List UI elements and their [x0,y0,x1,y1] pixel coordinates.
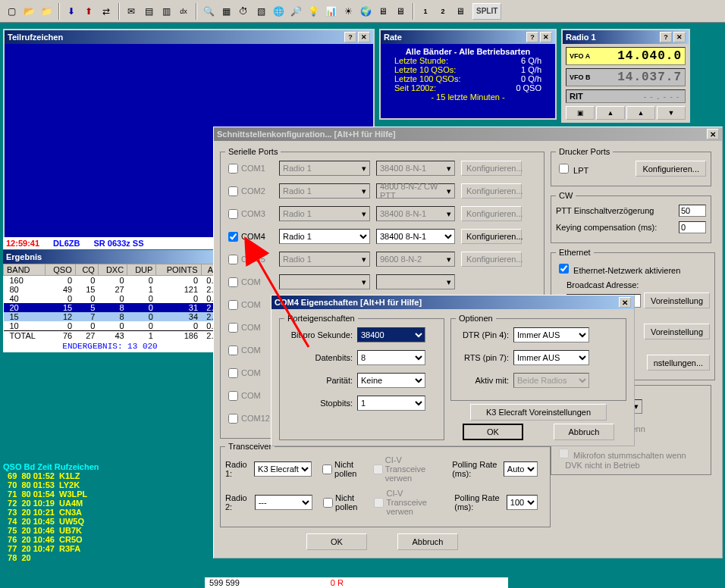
tb-open-icon[interactable]: 📂 [20,3,37,20]
com-radio-select[interactable]: Radio 1 [279,229,370,244]
com-checkbox[interactable] [228,164,238,174]
tb-mon2-icon[interactable]: 🖥 [392,3,409,20]
result-row[interactable]: 160000000. [4,276,217,286]
main-toolbar: ▢ 📂 📁 ⬇ ⬆ ⇄ ✉ ▤ ▥ dx 🔍 ▦ ⏱ ▧ 🌐 🔎 💡 📊 ☀ 🌍… [0,0,725,23]
com-checkbox[interactable] [228,368,238,378]
close-icon[interactable]: ✕ [707,129,719,139]
com-label: COM5 [241,255,279,264]
com-checkbox[interactable] [228,232,238,242]
com-checkbox[interactable] [228,186,238,196]
tb-down-icon[interactable]: ⬇ [63,3,80,20]
com-checkbox[interactable] [228,300,238,310]
tb-stat-icon[interactable]: ▧ [253,3,269,20]
com4-cancel-button[interactable]: Abbruch [554,424,614,440]
poll-rate-1[interactable]: Auto [504,461,538,477]
result-row[interactable]: 40000000. [4,294,217,303]
com-spec-select[interactable]: 38400 8-N-1 [376,229,455,244]
close-icon[interactable]: ✕ [673,32,686,42]
radio-btn-up1[interactable]: ▲ [596,106,625,120]
ptt-input[interactable] [679,205,706,217]
tb-gab-icon[interactable]: ▤ [140,3,157,20]
vfo-b-label: VFO B [570,74,594,81]
rate-r3-value: 0 Q/h [521,74,541,83]
rts-select[interactable]: Immer AUS [513,350,589,365]
tb-reopen-icon[interactable]: 📁 [38,3,55,20]
keying-input[interactable] [679,221,706,233]
close-icon[interactable]: ✕ [540,32,552,42]
tb-bulb-icon[interactable]: 💡 [305,3,322,20]
stopbits-select[interactable]: 1 [357,396,425,411]
com-configure-button[interactable]: Konfigurieren... [461,229,522,244]
com-checkbox[interactable] [228,414,238,424]
tb-dx-icon[interactable]: dx [175,3,192,20]
databits-select[interactable]: 8 [357,350,425,365]
tb-new-icon[interactable]: ▢ [3,3,20,20]
com-checkbox[interactable] [228,209,238,219]
k3-preset-button[interactable]: K3 Elecraft Voreinstellungen [470,404,607,421]
tb-find-icon[interactable]: 🔎 [287,3,304,20]
tb-monitor-icon[interactable]: 🖥 [452,3,469,20]
com-checkbox[interactable] [228,391,238,401]
tb-swap-icon[interactable]: ⇄ [98,3,115,20]
rit-label: RIT [570,92,594,101]
tb-split-button[interactable]: SPLIT [472,3,501,20]
com-row-6: COM [225,274,539,289]
preset2-button[interactable]: Voreinstellung [644,324,710,339]
help-icon[interactable]: ? [660,32,672,42]
com-checkbox[interactable] [228,277,238,287]
tb-sun-icon[interactable]: ☀ [340,3,356,20]
parity-select[interactable]: Keine [357,373,425,388]
result-row[interactable]: 2015580312. [4,303,217,312]
status-call: DL6ZB [53,239,80,248]
tb-win1-icon[interactable]: 1 [417,3,434,20]
parity-label: Parität: [284,376,353,385]
tb-grid-icon[interactable]: ▦ [218,3,234,20]
result-col: BAND [4,264,46,276]
com4-ok-button[interactable]: OK [463,424,523,440]
log-line: 77 20 10:47 R3FA [3,544,218,553]
vfo-a[interactable]: VFO A14.040.0 [566,47,686,65]
tb-mail-icon[interactable]: ✉ [123,3,140,20]
close-icon[interactable]: ✕ [358,32,370,42]
radio2-select[interactable]: --- [255,495,312,510]
bcast-preset-button[interactable]: Voreinstellung [644,292,710,308]
help-icon[interactable]: ? [526,32,538,42]
tb-win2-icon[interactable]: 2 [435,3,451,20]
lpt-check[interactable]: LPT [556,161,636,176]
bcast-label: Broadcast Adresse: [567,280,710,289]
tb-mon1-icon[interactable]: 🖥 [375,3,391,20]
radio2-label: Radio 2: [225,493,255,511]
eth-enable[interactable]: Ethernet-Netzwerk aktivieren [556,261,710,276]
tb-chart-icon[interactable]: 📊 [322,3,339,20]
radio-btn-down[interactable]: ▼ [657,106,686,120]
result-row[interactable]: 10000000. [4,321,217,331]
com-checkbox[interactable] [228,255,238,264]
tb-up-icon[interactable]: ⬆ [80,3,97,20]
radio1-nopoll[interactable]: Nicht pollen [319,460,361,478]
radio2-nopoll[interactable]: Nicht pollen [320,493,362,511]
close-icon[interactable]: ✕ [619,297,631,308]
tb-zoom-icon[interactable]: 🔍 [200,3,217,20]
settings-button[interactable]: nstellungen... [647,355,710,371]
help-icon[interactable]: ? [344,32,356,42]
radio1-select[interactable]: K3 Elecraft [254,461,312,477]
bstat-b: 0 R [331,578,344,587]
dtr-select[interactable]: Immer AUS [513,327,589,342]
tb-earth-icon[interactable]: 🌍 [357,3,374,20]
vfo-b[interactable]: VFO B14.037.7 [566,68,686,86]
radio-btn-up2[interactable]: ▲ [626,106,655,120]
com-checkbox[interactable] [228,346,238,355]
dialog-ok-button[interactable]: OK [306,533,367,550]
result-row[interactable]: 8049152711212. [4,285,217,294]
lpt-configure-button[interactable]: Konfigurieren... [636,161,706,177]
radio-btn-1[interactable]: ▣ [566,106,595,120]
poll-rate-2[interactable]: 100 [507,495,538,510]
tb-speed-icon[interactable]: ⏱ [235,3,252,20]
bps-select[interactable]: 38400 [357,327,425,342]
com-checkbox[interactable] [228,323,238,333]
tb-list-icon[interactable]: ▥ [158,3,174,20]
dialog-cancel-button[interactable]: Abbruch [397,533,458,550]
result-row[interactable]: 1512780342. [4,312,217,321]
rit-value: --.--- [642,92,682,102]
tb-globe-icon[interactable]: 🌐 [270,3,287,20]
